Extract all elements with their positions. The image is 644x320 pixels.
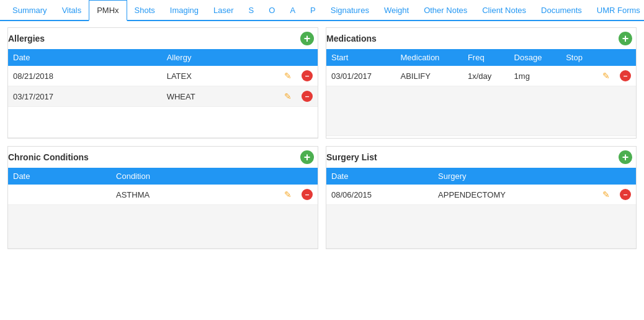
conditions-table: Date Condition ASTHMA ✎ – [8,168,318,249]
add-medication-button[interactable]: + [619,32,632,45]
allergy-edit-1[interactable]: ✎ [279,66,297,86]
medications-title: Medications [326,34,377,43]
allergies-table: Date Allergy 08/21/2018 LATEX ✎ – 03/17/ [8,49,318,138]
surgery-table: Date Surgery 08/06/2015 APPENDECTOMY ✎ – [326,168,636,249]
med-dosage-1: 1mg [509,66,561,86]
med-name-1: ABILIFY [395,66,462,86]
medications-header-row: Start Medication Freq Dosage Stop [326,49,636,66]
cond-col-date: Date [8,168,111,185]
med-col-delete-header [615,49,636,66]
medications-panel: Medications + Start Medication Freq Dosa… [326,27,637,139]
edit-icon[interactable]: ✎ [602,71,610,81]
table-row-empty [8,205,318,249]
cond-col-condition: Condition [111,168,279,185]
allergies-col-date: Date [8,49,162,66]
allergy-date-1: 08/21/2018 [8,66,162,86]
delete-icon[interactable]: – [620,189,631,200]
allergy-delete-2[interactable]: – [297,86,318,107]
tab-weight[interactable]: Weight [377,1,416,20]
allergies-col-allergy: Allergy [162,49,279,66]
tab-umr-forms[interactable]: UMR Forms [589,1,644,20]
edit-icon[interactable]: ✎ [602,190,610,199]
surgery-list-header: Surgery List + [326,147,636,168]
allergy-name-2: WHEAT [162,86,279,107]
tab-s[interactable]: S [241,1,262,20]
tab-client-notes[interactable]: Client Notes [475,1,534,20]
surg-col-edit-header [597,168,615,185]
allergy-name-1: LATEX [162,66,279,86]
allergy-delete-1[interactable]: – [297,66,318,86]
medications-header: Medications + [326,28,636,49]
cond-name-1: ASTHMA [111,185,279,205]
med-delete-1[interactable]: – [615,66,636,86]
medications-table: Start Medication Freq Dosage Stop 03/01/… [326,49,636,136]
allergies-header: Allergies + [8,28,318,49]
allergy-edit-2[interactable]: ✎ [279,86,297,107]
med-freq-1: 1x/day [463,66,509,86]
tab-signatures[interactable]: Signatures [323,1,377,20]
med-col-edit-header [597,49,615,66]
med-stop-1 [561,66,597,86]
surgery-list-title: Surgery List [326,152,377,162]
med-edit-1[interactable]: ✎ [597,66,615,86]
med-col-dosage: Dosage [509,49,561,66]
tab-p[interactable]: P [303,1,323,20]
add-allergy-button[interactable]: + [300,32,314,45]
med-col-stop: Stop [561,49,597,66]
edit-icon[interactable]: ✎ [284,71,292,81]
add-condition-button[interactable]: + [300,150,314,164]
tab-pmhx[interactable]: PMHx [89,0,127,21]
cond-edit-1[interactable]: ✎ [279,185,297,205]
cond-col-edit-header [279,168,297,185]
tab-laser[interactable]: Laser [206,1,241,20]
med-col-start: Start [326,49,395,66]
surgery-header-row: Date Surgery [326,168,636,185]
bottom-row: Chronic Conditions + Date Condition ASTH… [7,146,637,249]
table-row: 03/01/2017 ABILIFY 1x/day 1mg ✎ – [326,66,636,86]
table-row-empty [8,107,318,138]
delete-icon[interactable]: – [302,91,313,102]
cond-delete-1[interactable]: – [297,185,318,205]
table-row: 03/17/2017 WHEAT ✎ – [8,86,318,107]
tab-documents[interactable]: Documents [534,1,589,20]
main-content: Allergies + Date Allergy 08/21/2018 LATE… [0,21,644,255]
allergies-title: Allergies [8,34,45,43]
allergies-panel: Allergies + Date Allergy 08/21/2018 LATE… [7,27,318,139]
surg-name-1: APPENDECTOMY [433,185,597,205]
allergies-col-delete-header [297,49,318,66]
surg-delete-1[interactable]: – [615,185,636,205]
tab-imaging[interactable]: Imaging [163,1,206,20]
surg-edit-1[interactable]: ✎ [597,185,615,205]
allergy-date-2: 03/17/2017 [8,86,162,107]
table-row-empty [326,86,636,136]
cond-date-1 [8,185,111,205]
tab-a[interactable]: A [282,1,303,20]
tab-shots[interactable]: Shots [127,1,163,20]
surg-col-date: Date [326,168,433,185]
edit-icon[interactable]: ✎ [284,91,292,101]
delete-icon[interactable]: – [302,189,313,200]
allergies-col-edit-header [279,49,297,66]
med-col-medication: Medication [395,49,462,66]
tab-vitals[interactable]: Vitals [55,1,89,20]
surg-col-surgery: Surgery [433,168,597,185]
chronic-conditions-header: Chronic Conditions + [8,147,318,168]
surg-col-delete-header [615,168,636,185]
conditions-header-row: Date Condition [8,168,318,185]
table-row: ASTHMA ✎ – [8,185,318,205]
table-row-empty [326,205,636,249]
surg-date-1: 08/06/2015 [326,185,433,205]
med-col-freq: Freq [463,49,509,66]
delete-icon[interactable]: – [620,70,631,81]
delete-icon[interactable]: – [302,70,313,81]
tab-summary[interactable]: Summary [5,1,55,20]
add-surgery-button[interactable]: + [619,150,632,164]
tab-other-notes[interactable]: Other Notes [416,1,475,20]
edit-icon[interactable]: ✎ [284,190,292,199]
chronic-conditions-title: Chronic Conditions [8,152,89,162]
surgery-list-panel: Surgery List + Date Surgery 08/06/2015 A… [326,146,637,249]
allergies-header-row: Date Allergy [8,49,318,66]
chronic-conditions-panel: Chronic Conditions + Date Condition ASTH… [7,146,318,249]
table-row: 08/06/2015 APPENDECTOMY ✎ – [326,185,636,205]
tab-o[interactable]: O [261,1,282,20]
